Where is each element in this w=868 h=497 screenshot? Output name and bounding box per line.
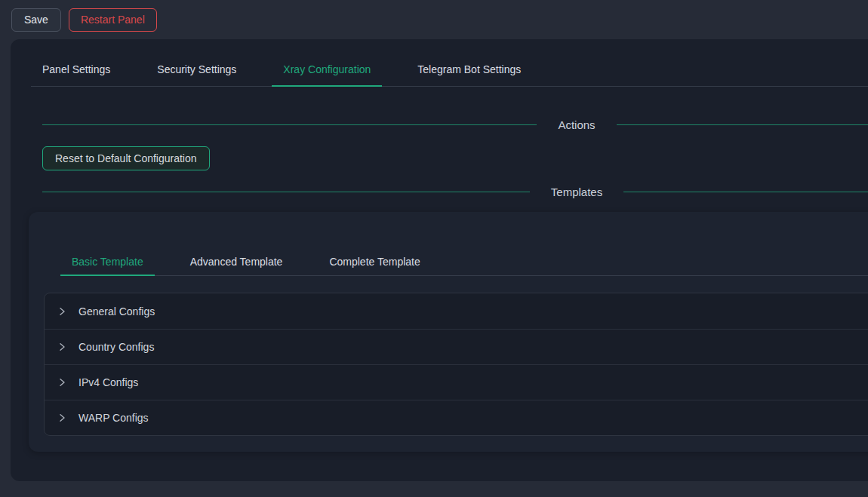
divider-line — [623, 192, 868, 192]
actions-divider: Actions — [42, 118, 868, 131]
tab-basic-template[interactable]: Basic Template — [60, 251, 155, 276]
settings-tab-bar: Panel Settings Security Settings Xray Co… — [31, 59, 868, 87]
chevron-right-icon — [57, 378, 66, 387]
templates-card: Basic Template Advanced Template Complet… — [29, 212, 868, 452]
save-button[interactable]: Save — [11, 8, 61, 32]
template-tab-bar: Basic Template Advanced Template Complet… — [60, 251, 868, 276]
restart-panel-button[interactable]: Restart Panel — [69, 8, 157, 32]
accordion-label: IPv4 Configs — [78, 376, 138, 388]
top-bar: Save Restart Panel — [0, 0, 868, 39]
divider-line — [617, 124, 868, 125]
tab-panel-settings[interactable]: Panel Settings — [31, 59, 122, 86]
divider-line — [42, 192, 530, 192]
tab-security-settings[interactable]: Security Settings — [146, 59, 248, 86]
settings-card: Panel Settings Security Settings Xray Co… — [11, 39, 868, 481]
section-ipv4-configs[interactable]: IPv4 Configs — [45, 364, 868, 400]
config-accordion: General Configs Country Configs IPv4 Con… — [44, 293, 868, 436]
tab-telegram-bot-settings[interactable]: Telegram Bot Settings — [406, 59, 532, 86]
chevron-right-icon — [57, 342, 66, 351]
actions-section-title: Actions — [558, 118, 595, 131]
section-warp-configs[interactable]: WARP Configs — [45, 400, 868, 435]
templates-section-title: Templates — [551, 186, 602, 198]
tab-xray-configuration[interactable]: Xray Configuration — [272, 59, 382, 87]
templates-divider: Templates — [42, 186, 868, 198]
accordion-label: WARP Configs — [78, 412, 149, 424]
tab-complete-template[interactable]: Complete Template — [318, 251, 431, 275]
divider-line — [42, 124, 537, 125]
reset-default-configuration-button[interactable]: Reset to Default Configuration — [42, 146, 210, 170]
section-country-configs[interactable]: Country Configs — [45, 329, 868, 364]
section-general-configs[interactable]: General Configs — [45, 293, 868, 329]
accordion-label: Country Configs — [78, 341, 154, 353]
accordion-label: General Configs — [78, 305, 155, 318]
chevron-right-icon — [57, 413, 66, 422]
tab-advanced-template[interactable]: Advanced Template — [179, 251, 294, 275]
chevron-right-icon — [57, 307, 66, 316]
